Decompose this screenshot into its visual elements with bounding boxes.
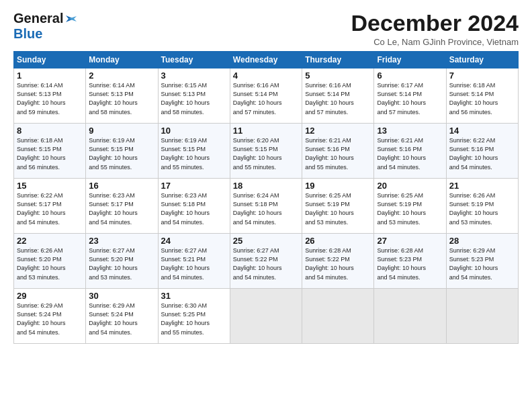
cell-info: Sunrise: 6:27 AMSunset: 5:21 PMDaylight:… — [161, 246, 227, 281]
calendar-week-row: 22Sunrise: 6:26 AMSunset: 5:20 PMDayligh… — [14, 234, 519, 289]
table-row: 3Sunrise: 6:15 AMSunset: 5:13 PMDaylight… — [158, 68, 230, 124]
table-row: 24Sunrise: 6:27 AMSunset: 5:21 PMDayligh… — [158, 234, 230, 289]
cell-info: Sunrise: 6:28 AMSunset: 5:23 PMDaylight:… — [377, 246, 443, 281]
svg-marker-1 — [69, 16, 77, 21]
calendar-week-row: 15Sunrise: 6:22 AMSunset: 5:17 PMDayligh… — [14, 179, 519, 234]
col-saturday: Saturday — [446, 52, 518, 68]
cell-info: Sunrise: 6:25 AMSunset: 5:19 PMDaylight:… — [377, 191, 443, 226]
table-row — [446, 289, 518, 344]
col-thursday: Thursday — [302, 52, 374, 68]
calendar-table: Sunday Monday Tuesday Wednesday Thursday… — [13, 51, 519, 344]
cell-info: Sunrise: 6:17 AMSunset: 5:14 PMDaylight:… — [377, 81, 443, 116]
table-row: 4Sunrise: 6:16 AMSunset: 5:14 PMDaylight… — [230, 68, 302, 124]
table-row: 23Sunrise: 6:27 AMSunset: 5:20 PMDayligh… — [86, 234, 158, 289]
cell-info: Sunrise: 6:22 AMSunset: 5:16 PMDaylight:… — [449, 136, 515, 171]
table-row: 27Sunrise: 6:28 AMSunset: 5:23 PMDayligh… — [374, 234, 446, 289]
table-row: 28Sunrise: 6:29 AMSunset: 5:23 PMDayligh… — [446, 234, 518, 289]
month-title: December 2024 — [351, 11, 519, 36]
day-number: 29 — [17, 291, 83, 301]
cell-info: Sunrise: 6:29 AMSunset: 5:23 PMDaylight:… — [449, 246, 515, 281]
day-number: 19 — [305, 181, 371, 191]
day-number: 26 — [305, 236, 371, 246]
cell-info: Sunrise: 6:18 AMSunset: 5:15 PMDaylight:… — [17, 136, 83, 171]
cell-info: Sunrise: 6:16 AMSunset: 5:14 PMDaylight:… — [305, 81, 371, 116]
table-row: 17Sunrise: 6:23 AMSunset: 5:18 PMDayligh… — [158, 179, 230, 234]
table-row: 25Sunrise: 6:27 AMSunset: 5:22 PMDayligh… — [230, 234, 302, 289]
cell-info: Sunrise: 6:24 AMSunset: 5:18 PMDaylight:… — [233, 191, 299, 226]
day-number: 22 — [17, 236, 83, 246]
day-number: 15 — [17, 181, 83, 191]
day-number: 31 — [161, 291, 227, 301]
table-row: 6Sunrise: 6:17 AMSunset: 5:14 PMDaylight… — [374, 68, 446, 124]
day-number: 21 — [449, 181, 515, 191]
table-row: 30Sunrise: 6:29 AMSunset: 5:24 PMDayligh… — [86, 289, 158, 344]
table-row: 10Sunrise: 6:19 AMSunset: 5:15 PMDayligh… — [158, 124, 230, 179]
table-row — [302, 289, 374, 344]
day-number: 28 — [449, 236, 515, 246]
table-row: 11Sunrise: 6:20 AMSunset: 5:15 PMDayligh… — [230, 124, 302, 179]
cell-info: Sunrise: 6:19 AMSunset: 5:15 PMDaylight:… — [89, 136, 154, 171]
cell-info: Sunrise: 6:28 AMSunset: 5:22 PMDaylight:… — [305, 246, 371, 281]
table-row: 15Sunrise: 6:22 AMSunset: 5:17 PMDayligh… — [14, 179, 86, 234]
calendar-header-row: Sunday Monday Tuesday Wednesday Thursday… — [14, 52, 519, 68]
table-row: 12Sunrise: 6:21 AMSunset: 5:16 PMDayligh… — [302, 124, 374, 179]
cell-info: Sunrise: 6:29 AMSunset: 5:24 PMDaylight:… — [17, 302, 83, 336]
day-number: 9 — [89, 126, 154, 136]
location-subtitle: Co Le, Nam GJinh Province, Vietnam — [351, 37, 519, 47]
cell-info: Sunrise: 6:23 AMSunset: 5:18 PMDaylight:… — [161, 191, 227, 226]
table-row: 21Sunrise: 6:26 AMSunset: 5:19 PMDayligh… — [446, 179, 518, 234]
table-row: 18Sunrise: 6:24 AMSunset: 5:18 PMDayligh… — [230, 179, 302, 234]
table-row: 20Sunrise: 6:25 AMSunset: 5:19 PMDayligh… — [374, 179, 446, 234]
calendar-week-row: 1Sunrise: 6:14 AMSunset: 5:13 PMDaylight… — [14, 68, 519, 124]
day-number: 24 — [161, 236, 227, 246]
cell-info: Sunrise: 6:21 AMSunset: 5:16 PMDaylight:… — [305, 136, 371, 171]
cell-info: Sunrise: 6:26 AMSunset: 5:19 PMDaylight:… — [449, 191, 515, 226]
cell-info: Sunrise: 6:29 AMSunset: 5:24 PMDaylight:… — [89, 302, 154, 336]
cell-info: Sunrise: 6:20 AMSunset: 5:15 PMDaylight:… — [233, 136, 299, 171]
table-row: 31Sunrise: 6:30 AMSunset: 5:25 PMDayligh… — [158, 289, 230, 344]
cell-info: Sunrise: 6:27 AMSunset: 5:22 PMDaylight:… — [233, 246, 299, 281]
cell-info: Sunrise: 6:16 AMSunset: 5:14 PMDaylight:… — [233, 81, 299, 116]
day-number: 17 — [161, 181, 227, 191]
calendar-week-row: 29Sunrise: 6:29 AMSunset: 5:24 PMDayligh… — [14, 289, 519, 344]
cell-info: Sunrise: 6:19 AMSunset: 5:15 PMDaylight:… — [161, 136, 227, 171]
table-row: 1Sunrise: 6:14 AMSunset: 5:13 PMDaylight… — [14, 68, 86, 124]
table-row: 5Sunrise: 6:16 AMSunset: 5:14 PMDaylight… — [302, 68, 374, 124]
table-row: 2Sunrise: 6:14 AMSunset: 5:13 PMDaylight… — [86, 68, 158, 124]
day-number: 30 — [89, 291, 154, 301]
day-number: 18 — [233, 181, 299, 191]
day-number: 27 — [377, 236, 443, 246]
title-block: December 2024 Co Le, Nam GJinh Province,… — [351, 11, 519, 47]
col-friday: Friday — [374, 52, 446, 68]
logo-bird-icon — [64, 13, 77, 25]
cell-info: Sunrise: 6:30 AMSunset: 5:25 PMDaylight:… — [161, 302, 227, 336]
day-number: 20 — [377, 181, 443, 191]
cell-info: Sunrise: 6:26 AMSunset: 5:20 PMDaylight:… — [17, 246, 83, 281]
day-number: 4 — [233, 71, 299, 81]
logo: General Blue — [13, 11, 77, 42]
col-monday: Monday — [86, 52, 158, 68]
day-number: 8 — [17, 126, 83, 136]
logo-general: General — [13, 11, 63, 26]
logo-line2: Blue — [13, 26, 42, 42]
day-number: 5 — [305, 71, 371, 81]
table-row — [230, 289, 302, 344]
page-header: General Blue December 2024 Co Le, Nam GJ… — [13, 11, 519, 47]
table-row: 22Sunrise: 6:26 AMSunset: 5:20 PMDayligh… — [14, 234, 86, 289]
day-number: 2 — [89, 71, 154, 81]
table-row — [374, 289, 446, 344]
day-number: 10 — [161, 126, 227, 136]
day-number: 6 — [377, 71, 443, 81]
day-number: 16 — [89, 181, 154, 191]
logo-line1: General — [13, 11, 77, 26]
day-number: 25 — [233, 236, 299, 246]
calendar-week-row: 8Sunrise: 6:18 AMSunset: 5:15 PMDaylight… — [14, 124, 519, 179]
table-row: 16Sunrise: 6:23 AMSunset: 5:17 PMDayligh… — [86, 179, 158, 234]
col-wednesday: Wednesday — [230, 52, 302, 68]
day-number: 23 — [89, 236, 154, 246]
day-number: 7 — [449, 71, 515, 81]
table-row: 14Sunrise: 6:22 AMSunset: 5:16 PMDayligh… — [446, 124, 518, 179]
table-row: 29Sunrise: 6:29 AMSunset: 5:24 PMDayligh… — [14, 289, 86, 344]
table-row: 19Sunrise: 6:25 AMSunset: 5:19 PMDayligh… — [302, 179, 374, 234]
day-number: 14 — [449, 126, 515, 136]
